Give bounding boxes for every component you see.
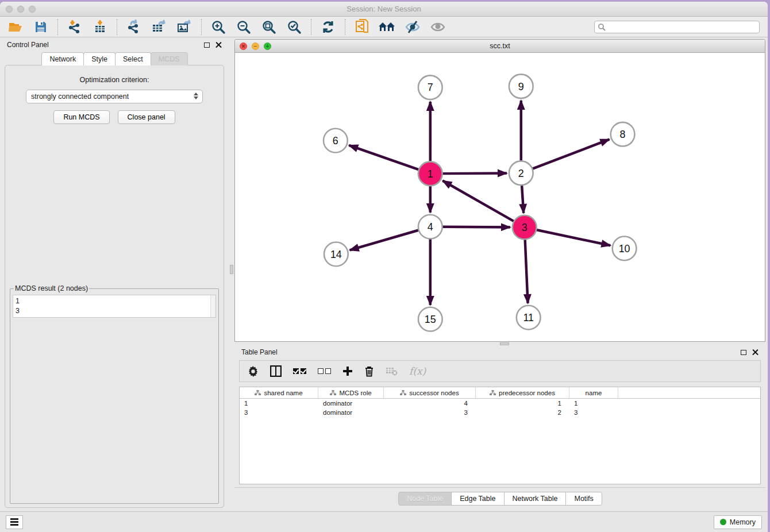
graph-edge-3-10[interactable] <box>536 230 610 245</box>
tab-edge-table[interactable]: Edge Table <box>451 492 504 506</box>
column-settings-gear-icon[interactable] <box>248 366 259 377</box>
save-session-icon[interactable] <box>30 18 52 36</box>
zoom-in-icon[interactable] <box>207 18 229 36</box>
clone-network-icon[interactable] <box>351 18 373 36</box>
horizontal-splitter[interactable] <box>234 342 765 345</box>
network-graph[interactable]: 7968124314101511 <box>235 53 765 341</box>
table-cell[interactable]: 3 <box>240 409 318 416</box>
toolbar-separator <box>57 19 58 35</box>
first-neighbors-icon[interactable] <box>376 18 398 36</box>
table-cell[interactable]: 1 <box>476 400 569 407</box>
close-table-panel-icon[interactable] <box>752 349 759 356</box>
float-table-panel-icon[interactable] <box>741 350 746 355</box>
zoom-fit-icon[interactable] <box>258 18 280 36</box>
zoom-out-icon[interactable] <box>233 18 255 36</box>
tree-icon <box>400 390 406 396</box>
table-row[interactable]: 3dominator323 <box>240 408 760 417</box>
open-folder-icon[interactable] <box>5 18 26 36</box>
column-header-shared-name[interactable]: shared name <box>240 387 318 398</box>
tab-motifs[interactable]: Motifs <box>565 492 602 506</box>
table-cell[interactable]: 3 <box>384 409 476 416</box>
table-cell[interactable]: 1 <box>569 400 618 407</box>
tab-node-table[interactable]: Node Table <box>398 492 452 506</box>
export-image-icon[interactable] <box>174 18 195 36</box>
select-all-checks-icon[interactable] <box>293 368 306 374</box>
graph-node-label-15: 15 <box>425 314 436 325</box>
mcds-result-textarea[interactable]: 1 3 <box>13 295 216 318</box>
import-table-icon[interactable] <box>89 18 111 36</box>
graph-edge-3-1[interactable] <box>442 181 514 222</box>
memory-button[interactable]: Memory <box>714 515 762 529</box>
toolbar-separator <box>311 19 311 35</box>
mcds-result-title: MCDS result (2 nodes) <box>14 284 89 292</box>
network-window-title: scc.txt <box>235 42 765 50</box>
network-view-window: × − + scc.txt 7968124314101511 <box>234 39 765 342</box>
criterion-select[interactable]: strongly connected component <box>26 90 203 103</box>
graph-edge-1-6[interactable] <box>349 145 419 170</box>
graph-node-label-7: 7 <box>428 82 433 94</box>
deselect-all-checks-icon[interactable] <box>318 368 331 374</box>
table-tab-bar: Node Table Edge Table Network Table Moti… <box>234 487 765 511</box>
graph-edge-2-3[interactable] <box>522 185 523 213</box>
graph-node-label-14: 14 <box>330 249 342 260</box>
float-panel-icon[interactable] <box>204 43 210 48</box>
table-cell[interactable]: 3 <box>569 409 618 416</box>
window-titlebar: Session: New Session <box>0 2 768 17</box>
tab-select[interactable]: Select <box>115 52 151 65</box>
network-window-titlebar: × − + scc.txt <box>235 40 765 53</box>
import-network-icon[interactable] <box>64 18 86 36</box>
column-header-name[interactable]: name <box>569 387 618 398</box>
memory-label: Memory <box>730 518 756 526</box>
table-cell[interactable]: dominator <box>318 409 384 416</box>
network-canvas[interactable]: 7968124314101511 <box>235 53 765 341</box>
table-row[interactable]: 1dominator411 <box>240 399 760 408</box>
tab-style[interactable]: Style <box>83 52 116 65</box>
graph-edge-3-11[interactable] <box>525 240 528 303</box>
graph-edge-1-2[interactable] <box>442 173 507 174</box>
tab-mcds[interactable]: MCDS <box>151 52 188 65</box>
tree-icon <box>330 390 336 396</box>
export-table-icon[interactable] <box>148 18 170 36</box>
hide-selected-icon[interactable] <box>402 18 424 36</box>
table-cell[interactable]: dominator <box>318 400 384 407</box>
function-builder-icon: f(x) <box>409 365 426 377</box>
close-panel-icon[interactable] <box>215 42 222 48</box>
main-toolbar <box>0 17 768 37</box>
table-cell[interactable]: 1 <box>240 400 318 407</box>
export-network-icon[interactable] <box>123 18 145 36</box>
delete-column-trash-icon[interactable] <box>364 366 374 377</box>
criterion-selected-value: strongly connected component <box>31 92 129 101</box>
vertical-splitter[interactable] <box>229 37 234 511</box>
graph-edge-4-14[interactable] <box>350 230 419 250</box>
close-panel-button[interactable]: Close panel <box>118 110 175 124</box>
list-icon <box>10 518 18 526</box>
graph-edge-4-3[interactable] <box>442 227 510 228</box>
refresh-layout-icon[interactable] <box>317 18 339 36</box>
graph-node-label-2: 2 <box>518 168 524 179</box>
search-icon <box>598 23 606 33</box>
add-column-icon[interactable] <box>342 366 353 376</box>
run-mcds-button[interactable]: Run MCDS <box>53 110 109 124</box>
splitter-handle[interactable] <box>500 342 509 345</box>
graph-node-label-6: 6 <box>333 135 338 147</box>
column-header-successor-nodes[interactable]: successor nodes <box>384 387 476 398</box>
show-all-icon <box>427 18 449 36</box>
table-cell[interactable]: 2 <box>476 409 569 416</box>
optimization-criterion-label: Optimization criterion: <box>5 76 224 84</box>
tab-network-table[interactable]: Network Table <box>504 492 567 506</box>
show-columns-icon[interactable] <box>270 365 282 377</box>
table-toolbar: f(x) <box>239 360 761 382</box>
table-cell[interactable]: 4 <box>384 400 476 407</box>
task-history-button[interactable] <box>6 515 23 529</box>
search-input[interactable] <box>594 21 760 33</box>
result-scrollbar[interactable] <box>210 295 215 317</box>
node-table[interactable]: shared name MCDS role successor nodes <box>239 387 761 484</box>
column-header-predecessor-nodes[interactable]: predecessor nodes <box>476 387 569 398</box>
control-panel-tabs: Network Style Select MCDS <box>0 52 229 65</box>
tab-network[interactable]: Network <box>41 52 84 65</box>
graph-node-label-8: 8 <box>620 129 626 140</box>
splitter-handle[interactable] <box>230 265 233 274</box>
column-header-mcds-role[interactable]: MCDS role <box>318 387 384 398</box>
graph-edge-2-8[interactable] <box>532 140 609 169</box>
zoom-selected-icon[interactable] <box>283 18 305 36</box>
